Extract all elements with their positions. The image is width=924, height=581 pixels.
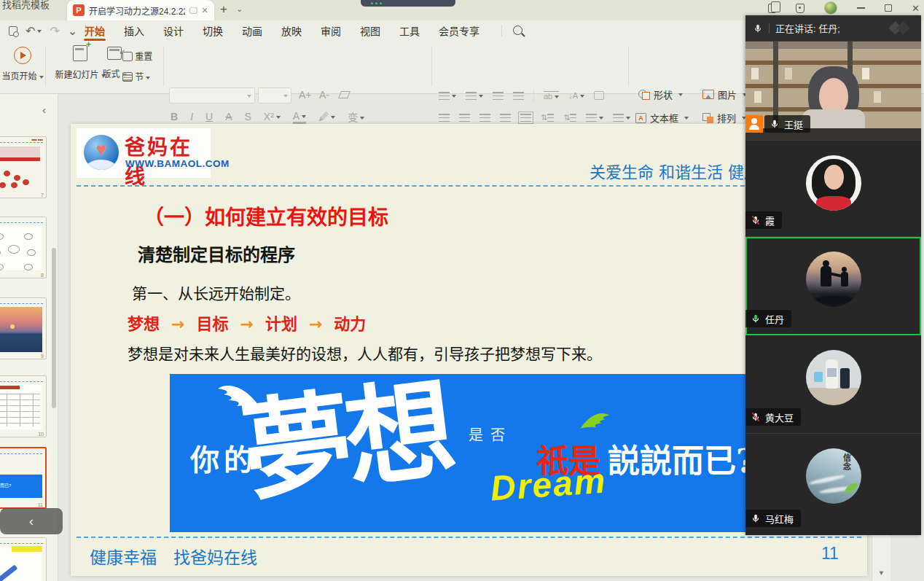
meeting-float-bar[interactable] (361, 0, 455, 7)
tab-home[interactable]: 开始 (85, 20, 105, 41)
tab-transition[interactable]: 切换 (203, 20, 223, 41)
distributed-button[interactable] (520, 114, 531, 122)
align-right-button[interactable] (479, 114, 490, 122)
line-spacing-button[interactable] (586, 111, 603, 124)
line-spacing-down-icon[interactable]: ⇅ (563, 113, 576, 122)
quick-access-toolbar: ↶ ↷ ⌄ (9, 20, 86, 41)
align-center-button[interactable] (459, 114, 470, 122)
participant-tile-huangdadou[interactable]: 黄大豆 (745, 335, 921, 434)
participant-name-label: 黄大豆 (745, 408, 801, 426)
reset-button[interactable]: 重置 (122, 50, 163, 62)
window-controls: ✕ (768, 0, 920, 16)
text-effect-button[interactable]: 变 (348, 109, 364, 124)
decrease-indent-button[interactable] (493, 92, 504, 100)
shrink-font-button[interactable]: A- (319, 89, 329, 101)
start-from-current-button[interactable]: 当页开始 (0, 47, 45, 82)
slide-thumbnail-10[interactable]: 10 (0, 375, 47, 437)
arrange-button[interactable]: 排列 (702, 111, 746, 125)
collapse-panel-icon[interactable]: ‹ (42, 104, 46, 116)
slide-thumbnail-12[interactable]: 12 (0, 537, 47, 581)
bold-button[interactable]: B (171, 111, 178, 122)
arrow-icon: → (240, 315, 253, 333)
slide-thumbnail-8[interactable]: 8 (0, 217, 47, 278)
presentation-mode-icon[interactable]: 🖵 (189, 6, 197, 15)
numbered-list-button[interactable] (466, 89, 483, 102)
scroll-down-arrow[interactable]: ▼ (872, 569, 890, 577)
thumb-page-number: 7 (41, 192, 44, 198)
wing-icon (579, 410, 611, 432)
account-avatar[interactable] (824, 1, 837, 15)
slide-thumbnail-7[interactable]: ■■■ ■■■ 7 (0, 136, 47, 198)
close-tab-icon[interactable]: ✕ (202, 6, 208, 15)
document-tab[interactable]: P 开启学习动力之源24.2.22(1).p 🖵 ✕ (67, 0, 214, 20)
tab-list-chevron-icon[interactable]: ⌄ (236, 4, 243, 14)
preview-icon[interactable] (9, 26, 17, 36)
minimize-button[interactable] (857, 7, 865, 9)
search-icon[interactable] (513, 26, 522, 35)
tab-animation[interactable]: 动画 (242, 20, 262, 41)
section-button[interactable]: 节 (122, 70, 163, 82)
line-spacing-up-icon[interactable]: ⇅ (541, 113, 554, 122)
pages-icon[interactable] (768, 4, 776, 13)
tab-insert[interactable]: 插入 (124, 20, 144, 41)
text-align-vertical-button[interactable] (613, 111, 630, 124)
phonetic-guide-button[interactable]: ab (544, 91, 559, 101)
dashed-divider-top (77, 185, 861, 187)
app-center-icon[interactable] (796, 4, 804, 13)
tab-tools[interactable]: 工具 (399, 20, 420, 41)
docer-template-tab[interactable]: 找稻壳模板 (2, 0, 50, 11)
convert-to-diagram-icon[interactable] (594, 91, 604, 100)
align-left-button[interactable] (439, 114, 450, 122)
tab-review[interactable]: 审阅 (321, 20, 341, 41)
undo-button[interactable]: ↶ (26, 24, 42, 38)
font-size-select[interactable] (258, 87, 291, 104)
banner-english: Dream (489, 461, 608, 509)
slide-thumbnail-11-current[interactable]: 説設而已? 11 (0, 447, 47, 509)
participant-tile-xia[interactable]: 霞 (745, 141, 921, 237)
justify-button[interactable] (500, 114, 511, 122)
previous-slide-overlay-button[interactable]: ‹ (0, 508, 63, 534)
close-button[interactable]: ✕ (912, 4, 920, 13)
tab-design[interactable]: 设计 (163, 20, 184, 41)
font-color-button[interactable]: A (293, 110, 306, 124)
toolbar-chevron-icon[interactable]: ⌄ (68, 24, 77, 38)
participant-tile-mahongmei[interactable]: 信念 马红梅 (745, 434, 921, 534)
strikethrough-button[interactable]: A (225, 111, 232, 122)
participant-tile-wangting[interactable]: 王挺 (745, 42, 921, 141)
shadow-button[interactable]: S (244, 111, 251, 122)
slide-title: （一）如何建立有效的目标 (144, 201, 388, 230)
participant-avatar (806, 350, 861, 405)
underline-button[interactable]: U (205, 111, 213, 122)
grow-font-button[interactable]: A+ (299, 89, 312, 101)
dream-flow-line: 梦想→目标→计划→动力 (128, 311, 366, 334)
font-name-select[interactable] (169, 87, 255, 104)
italic-button[interactable]: I (190, 111, 193, 122)
divider (628, 47, 629, 86)
textbox-button[interactable]: A 文本框 (635, 111, 689, 125)
participant-name-label: 任丹 (745, 310, 791, 327)
picture-button[interactable]: 图片 (702, 87, 747, 101)
tab-slideshow[interactable]: 放映 (281, 20, 302, 41)
divider (45, 47, 46, 86)
shapes-button[interactable]: 形状 (638, 87, 683, 101)
participant-tile-rendan-active[interactable]: 任丹 (745, 237, 921, 335)
status-dot (375, 2, 377, 4)
tab-member[interactable]: 会员专享 (439, 20, 479, 41)
slide-thumbnail-9[interactable]: 9 (0, 297, 47, 359)
superscript-button[interactable]: X² (264, 111, 281, 122)
bullet-list-button[interactable] (439, 89, 456, 102)
meeting-header[interactable]: 正在讲话: 任丹; (745, 15, 921, 42)
redo-button[interactable]: ↷ (50, 24, 59, 38)
highlight-color-button[interactable]: 🖉 (318, 111, 335, 122)
divider (533, 90, 534, 101)
microphone-muted-icon (751, 215, 761, 225)
restore-button[interactable] (885, 4, 892, 12)
tab-view[interactable]: 视图 (360, 20, 380, 41)
text-direction-button[interactable]: ↓A (568, 91, 584, 100)
increase-indent-button[interactable] (513, 92, 524, 100)
logo-box: 爸妈在线 WWW.BAMAOL.COM (77, 128, 211, 178)
new-tab-button[interactable]: + (220, 2, 227, 17)
clear-format-icon[interactable] (338, 91, 351, 98)
thumbnail-scrollbar[interactable] (52, 248, 56, 408)
speaking-status: 正在讲话: 任丹; (775, 21, 840, 35)
